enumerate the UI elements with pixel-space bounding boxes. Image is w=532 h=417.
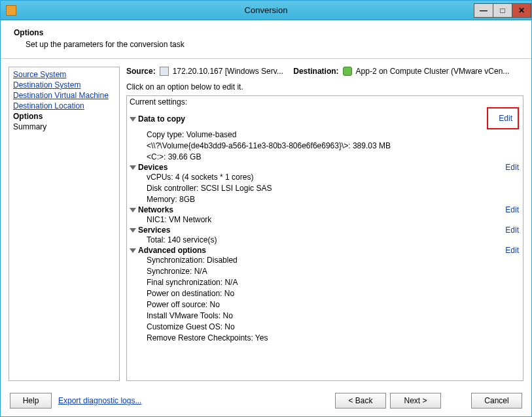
section-devices: Devices Edit vCPUs: 4 (4 sockets * 1 cor…	[130, 163, 520, 205]
back-button[interactable]: < Back	[335, 393, 386, 409]
chevron-down-icon[interactable]	[130, 248, 136, 253]
source-label: Source:	[126, 67, 156, 76]
instruction-text: Click on an option below to edit it.	[126, 82, 523, 92]
setting-final-sync: Final synchronization: N/A	[147, 277, 520, 288]
setting-power-on-dest: Power on destination: No	[147, 288, 520, 299]
help-button[interactable]: Help	[10, 393, 52, 409]
wizard-sidebar: Source System Destination System Destina…	[9, 67, 120, 381]
body: Source System Destination System Destina…	[1, 59, 531, 386]
window-title: Conversion	[1, 5, 531, 15]
current-settings-label: Current settings:	[130, 97, 520, 107]
setting-power-off-src: Power off source: No	[147, 299, 520, 310]
chevron-down-icon[interactable]	[130, 228, 136, 233]
setting-volume-c: <C:>: 39.66 GB	[147, 152, 520, 163]
section-services: Services Edit Total: 140 service(s)	[130, 225, 520, 246]
sidebar-item-destination-system[interactable]: Destination System	[13, 80, 115, 90]
sidebar-item-summary: Summary	[13, 122, 115, 131]
setting-nic1: NIC1: VM Network	[147, 214, 520, 225]
section-advanced-options: Advanced options Edit Synchronization: D…	[130, 246, 520, 344]
edit-link-services[interactable]: Edit	[505, 225, 519, 235]
setting-customize-guest: Customize Guest OS: No	[147, 322, 520, 333]
setting-vcpus: vCPUs: 4 (4 sockets * 1 cores)	[147, 172, 520, 183]
settings-scroll[interactable]: Current settings: Data to copy Edit Copy…	[127, 96, 523, 380]
sidebar-item-source-system[interactable]: Source System	[13, 70, 115, 79]
edit-link-devices[interactable]: Edit	[505, 163, 519, 172]
page-title: Options	[14, 28, 518, 37]
titlebar: Conversion — □ ✕	[1, 1, 531, 20]
sidebar-item-destination-vm[interactable]: Destination Virtual Machine	[13, 91, 115, 100]
section-title: Data to copy	[138, 114, 185, 124]
cancel-button[interactable]: Cancel	[471, 393, 522, 409]
section-title: Services	[138, 225, 170, 235]
section-data-to-copy: Data to copy Edit Copy type: Volume-base…	[130, 108, 520, 163]
setting-copy-type: Copy type: Volume-based	[147, 129, 520, 141]
setting-synchronization: Synchronization: Disabled	[147, 255, 520, 266]
sidebar-item-options: Options	[13, 112, 115, 121]
chevron-down-icon[interactable]	[130, 165, 136, 170]
conversion-window: Conversion — □ ✕ Options Set up the para…	[0, 0, 532, 417]
section-title: Devices	[138, 163, 168, 172]
footer: Help Export diagnostic logs... < Back Ne…	[1, 386, 531, 416]
setting-memory: Memory: 8GB	[147, 194, 520, 205]
setting-disk-controller: Disk controller: SCSI LSI Logic SAS	[147, 183, 520, 194]
setting-volume-0: <\\?\Volume{de4b3dd9-a566-11e3-80b3-806e…	[147, 141, 520, 152]
setting-synchronize: Synchronize: N/A	[147, 266, 520, 277]
edit-link-networks[interactable]: Edit	[505, 205, 519, 214]
setting-remove-checkpoints: Remove Restore Checkpoints: Yes	[147, 333, 520, 344]
sidebar-item-destination-location[interactable]: Destination Location	[13, 101, 115, 110]
source-value: 172.20.10.167 [Windows Serv...	[173, 67, 283, 76]
page-subtitle: Set up the parameters for the conversion…	[26, 40, 518, 49]
export-diagnostic-logs-link[interactable]: Export diagnostic logs...	[58, 396, 141, 405]
destination-value: App-2 on Compute Cluster (VMware vCen...	[356, 67, 510, 76]
section-networks: Networks Edit NIC1: VM Network	[130, 205, 520, 225]
destination-label: Destination:	[293, 67, 338, 76]
section-title: Advanced options	[138, 246, 206, 255]
section-title: Networks	[138, 205, 173, 214]
settings-box: Current settings: Data to copy Edit Copy…	[126, 95, 523, 381]
server-icon	[160, 67, 169, 76]
setting-install-tools: Install VMware Tools: No	[147, 310, 520, 322]
edit-link-data-to-copy[interactable]: Edit	[487, 107, 519, 129]
chevron-down-icon[interactable]	[130, 117, 136, 122]
chevron-down-icon[interactable]	[130, 208, 136, 212]
source-destination-bar: Source: 172.20.10.167 [Windows Serv... D…	[126, 67, 523, 76]
edit-link-advanced[interactable]: Edit	[505, 246, 519, 255]
main-panel: Source: 172.20.10.167 [Windows Serv... D…	[126, 67, 523, 381]
next-button[interactable]: Next >	[390, 393, 441, 409]
page-header: Options Set up the parameters for the co…	[1, 20, 531, 59]
vm-icon	[343, 67, 352, 76]
setting-services-total: Total: 140 service(s)	[147, 235, 520, 246]
